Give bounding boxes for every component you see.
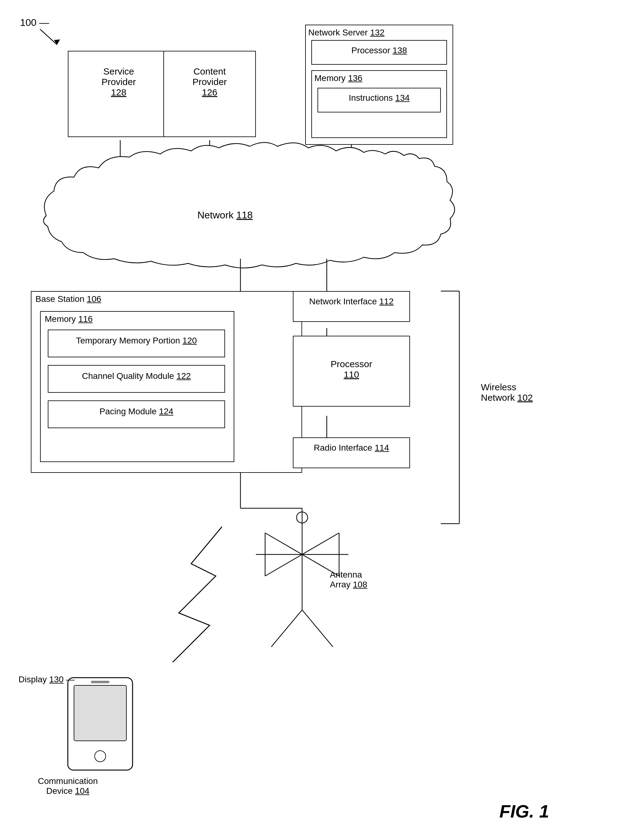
network-interface-label: Network Interface 112 (293, 297, 410, 306)
content-provider-label: ContentProvider126 (166, 66, 253, 98)
comm-device-label: CommunicationDevice 104 (18, 776, 117, 796)
fig-label: FIG. 1 (499, 801, 549, 822)
svg-point-25 (95, 751, 106, 762)
processor-138-label: Processor 138 (312, 46, 447, 55)
display-label: Display 130 — (18, 675, 75, 684)
svg-line-0 (40, 29, 57, 45)
svg-line-19 (271, 610, 302, 647)
svg-line-18 (265, 533, 339, 576)
base-station-label: Base Station 106 (35, 294, 101, 304)
memory-116-label: Memory 116 (45, 314, 93, 324)
processor-110-label: Processor110 (293, 359, 410, 380)
radio-interface-box (293, 438, 410, 468)
network-label: Network 118 (179, 210, 271, 221)
svg-line-17 (265, 533, 339, 576)
svg-rect-24 (74, 685, 126, 741)
antenna-array-label: AntennaArray 108 (330, 570, 416, 589)
wireless-network-label: WirelessNetwork 102 (481, 382, 567, 403)
pacing-module-label: Pacing Module 124 (48, 407, 225, 416)
svg-marker-1 (54, 40, 60, 45)
radio-interface-label: Radio Interface 114 (293, 443, 410, 453)
memory-136-label: Memory 136 (315, 73, 362, 83)
network-interface-box (293, 291, 410, 322)
svg-line-20 (302, 610, 333, 647)
network-server-label: Network Server 132 (308, 28, 450, 38)
ref-100: 100 — (20, 17, 49, 28)
channel-quality-label: Channel Quality Module 122 (48, 371, 225, 381)
service-provider-label: ServiceProvider128 (71, 66, 166, 98)
svg-rect-23 (68, 678, 132, 770)
diagram: 100 — ServiceProvider128 ContentProvider… (0, 0, 623, 840)
svg-rect-26 (91, 681, 109, 683)
temp-memory-label: Temporary Memory Portion 120 (48, 336, 225, 346)
svg-point-14 (296, 512, 308, 523)
instructions-134-label: Instructions 134 (318, 93, 441, 103)
